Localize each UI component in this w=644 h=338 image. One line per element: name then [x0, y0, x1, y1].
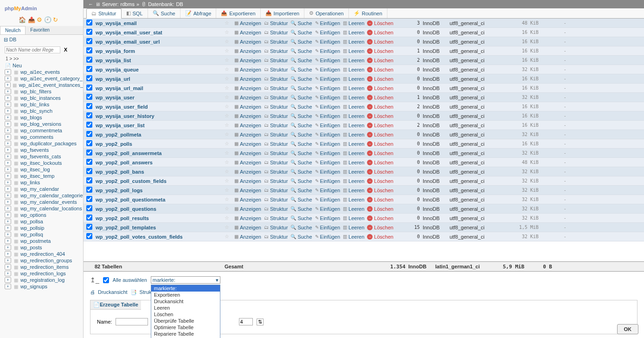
insert-link[interactable]: ✎Einfügen: [314, 113, 341, 119]
browse-link[interactable]: ▦Anzeigen: [233, 169, 263, 175]
row-checkbox[interactable]: [86, 140, 92, 146]
tab-suche[interactable]: 🔍Suche: [148, 8, 180, 18]
search-link[interactable]: 🔍Suche: [289, 197, 313, 202]
drop-link[interactable]: – Löschen: [366, 215, 395, 221]
structure-link[interactable]: 🗂Struktur: [263, 132, 290, 137]
drop-link[interactable]: – Löschen: [366, 178, 395, 184]
empty-link[interactable]: ▥Leeren: [341, 206, 366, 212]
drop-link[interactable]: – Löschen: [366, 67, 395, 72]
row-checkbox[interactable]: [86, 187, 92, 193]
dropdown-option[interactable]: markierte:: [151, 285, 220, 292]
row-checkbox[interactable]: [86, 38, 92, 44]
search-link[interactable]: 🔍Suche: [289, 178, 313, 184]
insert-link[interactable]: ✎Einfügen: [314, 206, 341, 212]
empty-link[interactable]: ▥Leeren: [341, 150, 366, 156]
expand-icon[interactable]: +: [5, 180, 11, 185]
expand-icon[interactable]: +: [5, 147, 11, 153]
insert-link[interactable]: ✎Einfügen: [314, 169, 341, 175]
collation[interactable]: utf8_general_ci: [450, 150, 502, 156]
ok-button[interactable]: OK: [617, 324, 639, 334]
collation[interactable]: utf8_general_ci: [450, 95, 502, 100]
dropdown-option[interactable]: Repariere Tabelle: [151, 331, 220, 337]
insert-link[interactable]: ✎Einfügen: [314, 104, 341, 110]
breadcrumb-db[interactable]: DB: [176, 1, 183, 7]
browse-link[interactable]: ▦Anzeigen: [233, 67, 263, 72]
collation[interactable]: utf8_general_ci: [450, 104, 502, 110]
empty-link[interactable]: ▥Leeren: [341, 188, 366, 193]
tree-table-item[interactable]: +▦wp_blc_links: [5, 101, 83, 108]
empty-link[interactable]: ▥Leeren: [341, 85, 366, 91]
collation[interactable]: utf8_general_ci: [450, 178, 502, 184]
print-view-link[interactable]: Druckansicht: [98, 289, 128, 295]
row-checkbox[interactable]: [86, 57, 92, 63]
insert-link[interactable]: ✎Einfügen: [314, 76, 341, 82]
favorite-star-icon[interactable]: ☆: [225, 169, 233, 175]
collation[interactable]: utf8_general_ci: [450, 113, 502, 119]
collation[interactable]: utf8_general_ci: [450, 188, 502, 193]
favorite-star-icon[interactable]: ☆: [225, 150, 233, 156]
collation[interactable]: utf8_general_ci: [450, 48, 502, 54]
browse-link[interactable]: ▦Anzeigen: [233, 113, 263, 119]
tree-table-item[interactable]: +▦wp_blog_versions: [5, 121, 83, 127]
expand-icon[interactable]: +: [5, 206, 11, 211]
drop-link[interactable]: – Löschen: [366, 234, 395, 240]
empty-link[interactable]: ▥Leeren: [341, 58, 366, 63]
drop-link[interactable]: – Löschen: [366, 20, 395, 26]
tab-exportieren[interactable]: 📤Exportieren: [216, 8, 260, 18]
insert-link[interactable]: ✎Einfügen: [314, 20, 341, 26]
empty-link[interactable]: ▥Leeren: [341, 225, 366, 230]
tree-paging[interactable]: 1 > >>: [0, 55, 83, 62]
tree-table-item[interactable]: +▦wp_my_calendar: [5, 186, 83, 192]
row-checkbox[interactable]: [86, 168, 92, 174]
tab-importieren[interactable]: 📥Importieren: [261, 8, 305, 18]
search-link[interactable]: 🔍Suche: [289, 141, 313, 147]
tree-table-item[interactable]: +▦wp_ai1ec_event_category_: [5, 75, 83, 82]
browse-link[interactable]: ▦Anzeigen: [233, 206, 263, 212]
tree-table-item[interactable]: +▦wp_redirection_404: [5, 251, 83, 257]
collation[interactable]: utf8_general_ci: [450, 160, 502, 165]
drop-link[interactable]: – Löschen: [366, 113, 395, 119]
search-link[interactable]: 🔍Suche: [289, 85, 313, 91]
table-name-link[interactable]: wp_yop2_poll_logs: [95, 188, 225, 193]
row-checkbox[interactable]: [86, 47, 92, 53]
collation[interactable]: utf8_general_ci: [450, 169, 502, 175]
structure-link[interactable]: 🗂Struktur: [263, 113, 290, 119]
table-name-link[interactable]: wp_yop2_poll_questionmeta: [95, 197, 225, 202]
expand-icon[interactable]: +: [5, 134, 11, 140]
empty-link[interactable]: ▥Leeren: [341, 39, 366, 45]
expand-icon[interactable]: +: [5, 245, 11, 250]
insert-link[interactable]: ✎Einfügen: [314, 85, 341, 91]
favorite-star-icon[interactable]: ☆: [225, 215, 233, 221]
search-link[interactable]: 🔍Suche: [289, 234, 313, 240]
expand-icon[interactable]: +: [5, 284, 11, 289]
browse-link[interactable]: ▦Anzeigen: [233, 160, 263, 165]
browse-link[interactable]: ▦Anzeigen: [233, 48, 263, 54]
tree-table-item[interactable]: +▦wp_blogs: [5, 114, 83, 121]
tree-table-item[interactable]: +▦wp_blc_synch: [5, 108, 83, 114]
table-name-link[interactable]: wp_yop2_poll_templates: [95, 225, 225, 230]
empty-link[interactable]: ▥Leeren: [341, 160, 366, 165]
empty-link[interactable]: ▥Leeren: [341, 20, 366, 26]
browse-link[interactable]: ▦Anzeigen: [233, 58, 263, 63]
expand-icon[interactable]: +: [5, 225, 11, 231]
expand-icon[interactable]: +: [5, 277, 11, 283]
structure-link[interactable]: 🗂Struktur: [263, 104, 290, 110]
collation[interactable]: utf8_general_ci: [450, 141, 502, 147]
expand-icon[interactable]: +: [5, 167, 11, 172]
favorite-star-icon[interactable]: ☆: [225, 131, 233, 137]
browse-link[interactable]: ▦Anzeigen: [233, 123, 263, 128]
empty-link[interactable]: ▥Leeren: [341, 104, 366, 110]
favorite-star-icon[interactable]: ☆: [225, 113, 233, 119]
drop-link[interactable]: – Löschen: [366, 123, 395, 128]
drop-link[interactable]: – Löschen: [366, 76, 395, 82]
empty-link[interactable]: ▥Leeren: [341, 215, 366, 221]
browse-link[interactable]: ▦Anzeigen: [233, 234, 263, 240]
collation[interactable]: utf8_general_ci: [450, 225, 502, 230]
table-name-link[interactable]: wp_wysija_form: [95, 48, 225, 54]
favorite-star-icon[interactable]: ☆: [225, 224, 233, 230]
structure-link[interactable]: 🗂Struktur: [263, 188, 290, 193]
row-checkbox[interactable]: [86, 214, 92, 221]
favorite-star-icon[interactable]: ☆: [225, 20, 233, 26]
insert-link[interactable]: ✎Einfügen: [314, 160, 341, 165]
tree-filter-input[interactable]: [5, 46, 60, 53]
